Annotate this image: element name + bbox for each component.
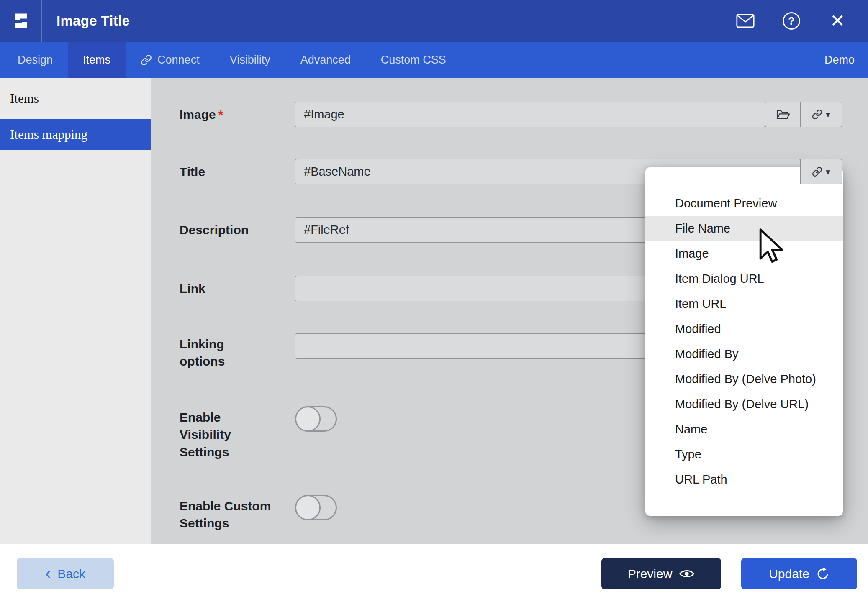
enable-visibility-settings-label: Enable Visibility Settings — [180, 409, 272, 461]
chevron-down-icon: ▾ — [826, 167, 830, 177]
image-input[interactable] — [295, 102, 765, 127]
required-marker: * — [218, 108, 223, 121]
help-button[interactable]: ? — [781, 10, 802, 31]
tab-custom-css[interactable]: Custom CSS — [366, 42, 461, 78]
dropdown-item-image[interactable]: Image — [645, 241, 843, 266]
connect-property-dropdown-menu: Document Preview File Name Image Item Di… — [645, 167, 843, 516]
linking-options-label: Linking options — [180, 335, 272, 370]
folder-open-icon — [776, 109, 790, 120]
help-icon: ? — [783, 12, 800, 30]
demo-link[interactable]: Demo — [824, 42, 868, 78]
tab-bar: Design Items Connect Visibility Advanced… — [0, 42, 868, 78]
mail-button[interactable] — [735, 10, 756, 31]
sidebar-item-items-mapping[interactable]: Items mapping — [0, 119, 151, 150]
app-logo — [0, 0, 42, 42]
enable-custom-settings-toggle[interactable] — [295, 495, 337, 520]
dropdown-item-type[interactable]: Type — [645, 442, 843, 467]
link-icon — [812, 166, 822, 177]
back-button[interactable]: ‹ Back — [17, 558, 114, 589]
chevron-left-icon: ‹ — [45, 565, 51, 581]
sidebar-item-items[interactable]: Items — [0, 78, 151, 119]
preview-button[interactable]: Preview — [601, 558, 721, 589]
eye-icon — [679, 568, 695, 579]
description-label: Description — [180, 221, 272, 238]
tab-design[interactable]: Design — [3, 42, 68, 78]
footer-bar: ‹ Back Preview Update — [0, 544, 868, 594]
dropdown-item-modified-by-delve-photo[interactable]: Modified By (Delve Photo) — [645, 366, 843, 392]
form-panel: Image* ▾ Title ▾ Description ▾ Link — [151, 78, 868, 544]
tab-advanced[interactable]: Advanced — [285, 42, 366, 78]
enable-visibility-settings-toggle[interactable] — [295, 406, 337, 432]
update-button[interactable]: Update — [741, 558, 857, 589]
close-icon: ✕ — [830, 12, 845, 30]
logo-icon — [11, 11, 31, 31]
link-icon — [141, 54, 152, 66]
dropdown-item-modified[interactable]: Modified — [645, 316, 843, 341]
dropdown-item-url-path[interactable]: URL Path — [645, 467, 843, 492]
toggle-knob — [295, 495, 321, 520]
tab-items[interactable]: Items — [68, 42, 126, 78]
link-icon — [812, 109, 822, 120]
dropdown-item-document-preview[interactable]: Document Preview — [645, 191, 843, 216]
mail-icon — [736, 14, 755, 28]
app-header: Image Title ? ✕ — [0, 0, 868, 42]
dropdown-item-modified-by[interactable]: Modified By — [645, 341, 843, 366]
enable-custom-settings-label: Enable Custom Settings — [180, 497, 272, 532]
close-button[interactable]: ✕ — [827, 10, 848, 31]
image-connect-dropdown-button[interactable]: ▾ — [800, 102, 842, 127]
tab-visibility[interactable]: Visibility — [215, 42, 285, 78]
page-title: Image Title — [56, 13, 130, 29]
dropdown-item-modified-by-delve-url[interactable]: Modified By (Delve URL) — [645, 392, 843, 417]
dropdown-item-name[interactable]: Name — [645, 417, 843, 442]
dropdown-item-item-url[interactable]: Item URL — [645, 291, 843, 316]
image-label: Image* — [180, 106, 272, 123]
toggle-knob — [295, 406, 321, 432]
title-connect-dropdown-button[interactable]: ▾ — [800, 159, 842, 184]
refresh-icon — [816, 567, 829, 581]
link-label: Link — [180, 280, 272, 297]
dropdown-item-item-dialog-url[interactable]: Item Dialog URL — [645, 266, 843, 291]
chevron-down-icon: ▾ — [826, 110, 830, 120]
title-label: Title — [180, 163, 272, 180]
image-browse-button[interactable] — [765, 102, 801, 127]
sidebar: Items Items mapping — [0, 78, 151, 544]
dropdown-item-file-name[interactable]: File Name — [645, 216, 843, 241]
tab-connect[interactable]: Connect — [126, 42, 215, 78]
